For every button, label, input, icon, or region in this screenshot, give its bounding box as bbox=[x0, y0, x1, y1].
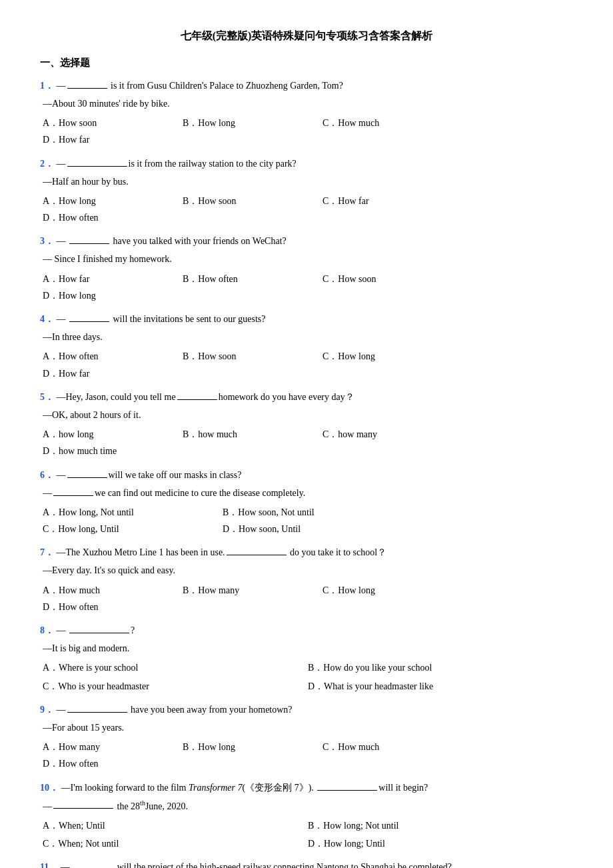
section-header: 一、选择题 bbox=[40, 54, 573, 72]
q3-opt-d: D．How long bbox=[43, 287, 176, 304]
question-9: 9． — have you been away from your hometo… bbox=[40, 701, 573, 773]
q10-opt-d: D．How long; Until bbox=[308, 835, 573, 852]
q2-opt-a: A．How long bbox=[43, 193, 176, 209]
q5-num: 5． bbox=[40, 392, 54, 402]
q8-opt-b: B．How do you like your school bbox=[308, 659, 573, 676]
q5-options: A．how long B．how much C．how many D．how m… bbox=[40, 426, 573, 459]
q10-opt-a: A．When; Until bbox=[43, 817, 308, 834]
q6-opt-b: B．How soon, Not until bbox=[223, 504, 396, 521]
q4-stem: 4． — will the invitations be sent to our… bbox=[40, 311, 573, 327]
q6-opt-d: D．How soon, Until bbox=[223, 521, 396, 537]
q3-answer: — Since I finished my homework. bbox=[40, 251, 573, 267]
q3-opt-b: B．How often bbox=[183, 271, 316, 287]
q10-stem: 10． —I'm looking forward to the film Tra… bbox=[40, 779, 573, 796]
q9-opt-b: B．How long bbox=[183, 739, 316, 755]
q11-stem: 11． — will the project of the high-speed… bbox=[40, 859, 573, 868]
q2-opt-d: D．How often bbox=[43, 209, 176, 226]
q6-blank2 bbox=[53, 495, 93, 496]
q5-answer: —OK, about 2 hours of it. bbox=[40, 407, 573, 423]
q5-stem: 5． —Hey, Jason, could you tell mehomewor… bbox=[40, 389, 573, 405]
q3-blank bbox=[69, 243, 109, 244]
q4-blank bbox=[69, 321, 109, 322]
q10-opt-b: B．How long; Not until bbox=[308, 817, 573, 834]
q4-opt-c: C．How long bbox=[322, 348, 456, 365]
q3-opt-c: C．How soon bbox=[322, 271, 456, 287]
q6-answer: —we can find out medicine to cure the di… bbox=[40, 485, 573, 501]
question-3: 3． — have you talked with your friends o… bbox=[40, 233, 573, 304]
question-8: 8． — ? —It is big and modern. A．Where is… bbox=[40, 622, 573, 695]
q10-blank1 bbox=[317, 790, 377, 791]
q2-options: A．How long B．How soon C．How far D．How of… bbox=[40, 193, 573, 226]
q3-stem: 3． — have you talked with your friends o… bbox=[40, 233, 573, 249]
q4-opt-d: D．How far bbox=[43, 365, 176, 382]
q5-opt-b: B．how much bbox=[183, 426, 316, 443]
question-4: 4． — will the invitations be sent to our… bbox=[40, 311, 573, 382]
q10-num: 10． bbox=[40, 783, 59, 793]
q4-opt-b: B．How soon bbox=[183, 348, 316, 365]
q2-blank bbox=[67, 166, 127, 167]
q1-blank bbox=[67, 88, 107, 89]
q1-stem: 1． — is it from Gusu Children's Palace t… bbox=[40, 77, 573, 94]
q10-blank2 bbox=[53, 808, 113, 809]
q2-opt-c: C．How far bbox=[322, 193, 456, 209]
question-5: 5． —Hey, Jason, could you tell mehomewor… bbox=[40, 389, 573, 460]
q10-options: A．When; Until B．How long; Not until C．Wh… bbox=[40, 817, 573, 852]
q8-opt-c: C．Who is your headmaster bbox=[43, 678, 308, 695]
q6-opt-a: A．How long, Not until bbox=[43, 504, 216, 521]
q2-num: 2． bbox=[40, 159, 54, 169]
q4-opt-a: A．How often bbox=[43, 348, 176, 365]
q7-blank bbox=[227, 555, 287, 555]
q11-num: 11． bbox=[40, 862, 58, 868]
q1-opt-c: C．How much bbox=[322, 115, 456, 131]
q4-answer: —In three days. bbox=[40, 329, 573, 345]
page-title: 七年级(完整版)英语特殊疑问句专项练习含答案含解析 bbox=[40, 27, 573, 46]
q8-options: A．Where is your school B．How do you like… bbox=[40, 659, 573, 694]
q8-opt-a: A．Where is your school bbox=[43, 659, 308, 676]
q10-answer: — the 28thJune, 2020. bbox=[40, 797, 573, 815]
q9-stem: 9． — have you been away from your hometo… bbox=[40, 701, 573, 718]
q5-opt-d: D．how much time bbox=[43, 443, 176, 459]
q7-opt-a: A．How much bbox=[43, 582, 176, 599]
q3-options: A．How far B．How often C．How soon D．How l… bbox=[40, 271, 573, 304]
q8-num: 8． bbox=[40, 625, 54, 635]
q2-stem: 2． —is it from the railway station to th… bbox=[40, 155, 573, 172]
q4-num: 4． bbox=[40, 314, 54, 324]
q1-options: A．How soon B．How long C．How much D．How f… bbox=[40, 115, 573, 148]
q7-options: A．How much B．How many C．How long D．How o… bbox=[40, 582, 573, 615]
q4-options: A．How often B．How soon C．How long D．How … bbox=[40, 348, 573, 381]
q1-opt-b: B．How long bbox=[183, 115, 316, 131]
q1-opt-d: D．How far bbox=[43, 131, 176, 148]
q7-opt-b: B．How many bbox=[183, 582, 316, 599]
question-2: 2． —is it from the railway station to th… bbox=[40, 155, 573, 227]
q8-answer: —It is big and modern. bbox=[40, 640, 573, 657]
q10-opt-c: C．When; Not until bbox=[43, 835, 308, 852]
question-11: 11． — will the project of the high-speed… bbox=[40, 859, 573, 868]
q9-answer: —For about 15 years. bbox=[40, 719, 573, 736]
q7-stem: 7． —The Xuzhou Metro Line 1 has been in … bbox=[40, 544, 573, 561]
q6-num: 6． bbox=[40, 470, 54, 480]
q5-opt-c: C．how many bbox=[322, 426, 456, 443]
q9-opt-c: C．How much bbox=[322, 739, 456, 755]
q2-opt-b: B．How soon bbox=[183, 193, 316, 209]
q3-opt-a: A．How far bbox=[43, 271, 176, 287]
q2-answer: —Half an hour by bus. bbox=[40, 173, 573, 190]
q7-num: 7． bbox=[40, 547, 54, 557]
q8-stem: 8． — ? bbox=[40, 622, 573, 639]
q6-blank1 bbox=[67, 477, 107, 478]
q8-opt-d: D．What is your headmaster like bbox=[308, 678, 573, 695]
q1-answer: —About 30 minutes' ride by bike. bbox=[40, 95, 573, 112]
q6-options: A．How long, Not until B．How soon, Not un… bbox=[40, 504, 573, 537]
q8-blank bbox=[69, 633, 129, 633]
q5-blank bbox=[177, 399, 217, 400]
q9-opt-d: D．How often bbox=[43, 755, 176, 772]
q3-num: 3． bbox=[40, 236, 54, 246]
q6-stem: 6． —will we take off our masks in class? bbox=[40, 467, 573, 483]
q7-opt-d: D．How often bbox=[43, 599, 176, 615]
q6-opt-c: C．How long, Until bbox=[43, 521, 216, 537]
q9-blank bbox=[67, 712, 127, 713]
q7-answer: —Every day. It's so quick and easy. bbox=[40, 562, 573, 579]
q1-num: 1． bbox=[40, 81, 54, 91]
question-10: 10． —I'm looking forward to the film Tra… bbox=[40, 779, 573, 852]
q1-opt-a: A．How soon bbox=[43, 115, 176, 131]
question-1: 1． — is it from Gusu Children's Palace t… bbox=[40, 77, 573, 149]
